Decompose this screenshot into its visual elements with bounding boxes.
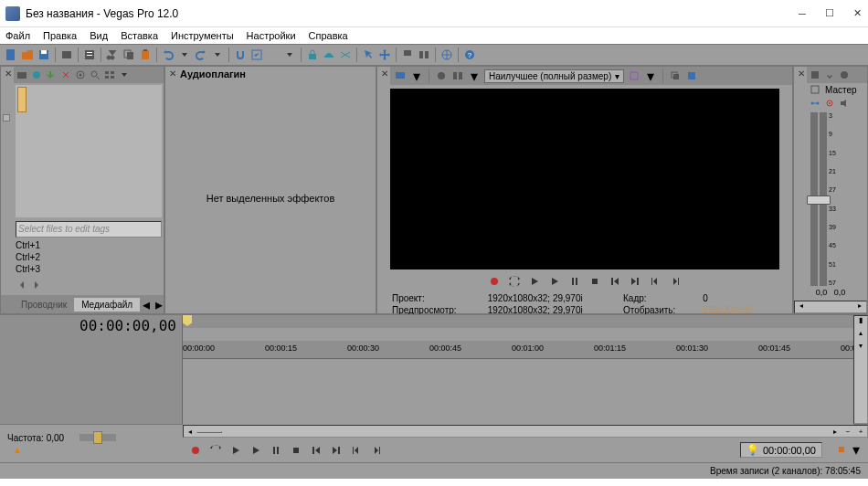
- autosnap-icon[interactable]: [249, 48, 264, 62]
- menu-view[interactable]: Вид: [90, 30, 108, 41]
- media-clip[interactable]: [17, 87, 26, 112]
- search-icon[interactable]: [89, 69, 101, 81]
- region-icon[interactable]: [417, 48, 431, 62]
- scroll-up-icon[interactable]: ▴: [854, 329, 867, 342]
- playhead-marker[interactable]: [183, 315, 192, 326]
- menu-edit[interactable]: Правка: [43, 30, 77, 41]
- monitor-dropdown-icon[interactable]: ▾: [410, 69, 423, 82]
- ripple-dropdown-icon[interactable]: [282, 48, 297, 62]
- zoom-in-h-icon[interactable]: +: [854, 428, 867, 436]
- snap-icon[interactable]: [233, 48, 248, 62]
- maximize-button[interactable]: ☐: [824, 8, 835, 19]
- dim-icon[interactable]: [838, 69, 851, 81]
- scroll-right-icon[interactable]: ▸: [853, 301, 866, 312]
- menu-file[interactable]: Файл: [5, 30, 30, 41]
- normal-tool-icon[interactable]: [361, 48, 376, 62]
- marker-bar[interactable]: [183, 315, 853, 328]
- panel-close-icon[interactable]: ✕: [379, 69, 390, 79]
- timecode-display[interactable]: 💡 00:00:00,00: [740, 442, 822, 458]
- envelope-icon[interactable]: [322, 48, 336, 62]
- settings-gear-icon[interactable]: [823, 97, 836, 110]
- play-icon[interactable]: [249, 443, 263, 458]
- go-start-icon[interactable]: [608, 274, 622, 289]
- tags-input[interactable]: Select files to edit tags: [16, 221, 162, 238]
- remove-icon[interactable]: [59, 69, 72, 81]
- preview-fx-icon[interactable]: [435, 69, 448, 82]
- lock-icon[interactable]: [305, 48, 320, 62]
- menu-settings[interactable]: Настройки: [247, 30, 296, 41]
- scroll-left-icon[interactable]: ◂: [184, 428, 196, 436]
- globe-icon[interactable]: [439, 48, 454, 62]
- panel-close-icon[interactable]: ✕: [3, 69, 14, 79]
- timeline-scrollbar[interactable]: ◂ ▸ − +: [183, 425, 868, 438]
- undo-dropdown-icon[interactable]: [177, 48, 192, 62]
- tab-explorer[interactable]: Проводник: [14, 298, 74, 312]
- zoom-tool-dropdown-icon[interactable]: ▾: [850, 444, 863, 457]
- go-end-icon[interactable]: [628, 274, 642, 289]
- overlay-icon[interactable]: [628, 69, 640, 82]
- zoom-out-h-icon[interactable]: −: [842, 428, 854, 436]
- record-icon[interactable]: [487, 274, 502, 289]
- panel-close-icon[interactable]: ✕: [796, 69, 807, 79]
- go-start-icon[interactable]: [309, 443, 323, 458]
- play-start-icon[interactable]: [527, 274, 542, 289]
- save-frame-icon[interactable]: [685, 69, 698, 82]
- overlay-dropdown-icon[interactable]: ▾: [644, 69, 657, 82]
- properties-icon[interactable]: [82, 48, 97, 62]
- shortcut-1[interactable]: Ctrl+1: [16, 239, 162, 251]
- split-screen-icon[interactable]: [451, 69, 464, 82]
- capture-icon[interactable]: [30, 69, 43, 81]
- scroll-down-icon[interactable]: ▾: [854, 342, 867, 354]
- master-scrollbar[interactable]: ◂ ▸: [794, 301, 867, 313]
- menu-help[interactable]: Справка: [309, 30, 348, 41]
- crossfade-icon[interactable]: [338, 48, 353, 62]
- nav-fwd-icon[interactable]: [30, 279, 43, 291]
- cut-icon[interactable]: [105, 48, 120, 62]
- play-icon[interactable]: [547, 274, 562, 289]
- scroll-thumb[interactable]: [196, 431, 222, 433]
- scroll-right-icon[interactable]: ▸: [829, 428, 842, 436]
- shortcut-3[interactable]: Ctrl+3: [16, 263, 162, 275]
- loop-icon[interactable]: [507, 274, 522, 289]
- tab-prev-icon[interactable]: ◂: [140, 298, 153, 311]
- scroll-left-icon[interactable]: ◂: [795, 301, 808, 312]
- panel-close-icon[interactable]: ✕: [167, 69, 178, 79]
- time-ruler[interactable]: 00:00:00 00:00:15 00:00:30 00:00:45 00:0…: [183, 341, 853, 359]
- tab-media[interactable]: Медиафайл: [74, 298, 140, 312]
- next-frame-icon[interactable]: [369, 443, 384, 458]
- play-start-icon[interactable]: [228, 443, 243, 458]
- undo-icon[interactable]: [161, 48, 175, 62]
- redo-dropdown-icon[interactable]: [210, 48, 225, 62]
- marker-icon[interactable]: [400, 48, 415, 62]
- minimize-button[interactable]: ─: [797, 8, 808, 19]
- copy-frame-icon[interactable]: [669, 69, 682, 82]
- menu-insert[interactable]: Вставка: [121, 30, 158, 41]
- prev-frame-icon[interactable]: [349, 443, 364, 458]
- pause-icon[interactable]: [567, 274, 582, 289]
- vertical-scrollbar[interactable]: ▮ ▴ ▾: [853, 315, 868, 424]
- quality-dropdown[interactable]: Наилучшее (полный размер)▾: [484, 69, 624, 83]
- fx-chain-icon[interactable]: [809, 97, 821, 110]
- marker-tool-icon[interactable]: ▮: [854, 316, 867, 329]
- close-button[interactable]: ✕: [852, 8, 863, 19]
- shortcut-2[interactable]: Ctrl+2: [16, 251, 162, 263]
- zoom-tool-icon[interactable]: [835, 444, 848, 457]
- copy-icon[interactable]: [122, 48, 136, 62]
- rate-slider[interactable]: [79, 434, 116, 441]
- render-icon[interactable]: [59, 48, 74, 62]
- tracks-area[interactable]: [183, 359, 853, 425]
- view-icon[interactable]: [103, 69, 116, 81]
- redo-icon[interactable]: [194, 48, 208, 62]
- prev-frame-icon[interactable]: [648, 274, 662, 289]
- stop-icon[interactable]: [587, 274, 602, 289]
- save-icon[interactable]: [37, 48, 51, 62]
- open-icon[interactable]: [20, 48, 35, 62]
- next-frame-icon[interactable]: [668, 274, 683, 289]
- pause-icon[interactable]: [269, 443, 283, 458]
- stop-icon[interactable]: [289, 443, 303, 458]
- split-dropdown-icon[interactable]: ▾: [468, 69, 481, 82]
- mute-icon[interactable]: [838, 97, 851, 110]
- record-icon[interactable]: [188, 443, 203, 458]
- media-bin[interactable]: [16, 85, 162, 217]
- new-icon[interactable]: [4, 48, 18, 62]
